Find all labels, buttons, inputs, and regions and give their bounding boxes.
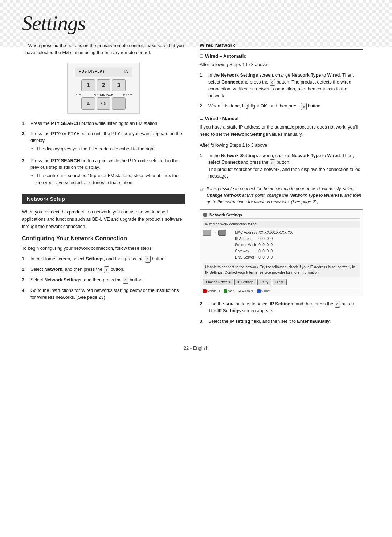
network-settings-screenshot: Network Settings Wired network connectio… (200, 209, 363, 296)
enter-icon: e (270, 159, 275, 166)
configuring-intro: To begin configuring your network connec… (22, 245, 185, 252)
arrow-icon: → (212, 230, 217, 235)
intro-text: When pressing the buttons on the primary… (22, 42, 185, 56)
list-item: The centre unit searches 15 preset FM st… (30, 172, 185, 186)
pty-search-label: PTY SEARCH (93, 93, 113, 97)
page-title: Settings (22, 11, 370, 35)
wired-automatic-subtitle: Wired – Automatic (200, 53, 363, 59)
configuring-title: Configuring Your Network Connection (22, 235, 185, 242)
ns-title-text: Network Settings (209, 213, 242, 217)
ip-label: IP Address (235, 236, 258, 242)
subnet-label: Subnet Mask (235, 242, 258, 248)
network-setup-intro: When you connect this product to a netwo… (22, 208, 185, 230)
ip-value: 0. 0. 0. 0 (258, 236, 294, 242)
mac-value: XX:XX:XX:XX:XX:XX (258, 230, 294, 236)
configuring-steps-list: 1. In the Home screen, select Settings, … (22, 256, 185, 301)
list-item: 2. Press the PTY- or PTY+ button until t… (22, 130, 185, 154)
enter-icon: e (270, 79, 275, 86)
ns-footer-move: ◄► Move (238, 289, 253, 293)
dns-value: 0. 0. 0. 0 (258, 255, 294, 261)
list-item: 1. Press the PTY SEARCH button while lis… (22, 120, 185, 127)
ns-footer-select: Select (257, 289, 270, 293)
note-icon: ☞ (200, 186, 204, 205)
ns-warning: Unable to connect to the network. Try th… (203, 263, 360, 277)
enter-icon: e (301, 103, 307, 110)
list-item: 3. Select Network Settings, and then pre… (22, 277, 185, 284)
ns-footer: Previous Skip ◄► Move Select (203, 288, 360, 293)
pty-plus-label: PTY + (123, 93, 132, 97)
rds-label: RDS DISPLAY (79, 69, 105, 73)
wired-manual-subtitle: Wired - Manual (200, 116, 363, 121)
btn-3: 3 (112, 79, 126, 91)
list-item: 2. Use the ◄► buttons to select IP Setti… (200, 301, 363, 314)
list-item: 4. Go to the instructions for Wired netw… (22, 287, 185, 301)
list-item: 1. In the Network Settings screen, chang… (200, 152, 363, 180)
page-number: 22 - English (184, 345, 209, 351)
gateway-value: 0. 0. 0. 0 (258, 248, 294, 255)
retry-btn[interactable]: Retry (257, 279, 271, 285)
change-network-btn[interactable]: Change Network (203, 279, 233, 285)
btn-2: 2 (97, 79, 110, 91)
wired-manual-intro: If you have a static IP address or the a… (200, 123, 363, 138)
list-item: 2. When it is done, highlight OK, and th… (200, 103, 363, 110)
ns-title: Network Settings (203, 213, 360, 219)
ns-buttons: Change Network IP Settings Retry Close (203, 279, 360, 285)
ip-settings-btn[interactable]: IP Settings (234, 279, 256, 285)
wired-automatic-intro: After following Steps 1 to 3 above: (200, 61, 363, 68)
wired-automatic-steps: 1. In the Network Settings screen, chang… (200, 72, 363, 110)
page-footer: 22 - English (22, 342, 370, 351)
router-box (218, 230, 226, 236)
ns-error: Wired network connection failed. (203, 221, 360, 228)
ns-footer-skip: Skip (224, 289, 234, 293)
right-column: Wired Network Wired – Automatic After fo… (200, 42, 363, 331)
subnet-value: 0. 0. 0. 0 (258, 242, 294, 248)
wired-manual-after: After following Steps 1 to 3 above: (200, 142, 363, 149)
pty-steps-list: 1. Press the PTY SEARCH button while lis… (22, 120, 185, 188)
dns-label: DNS Server (235, 255, 258, 261)
list-item: 1. In the Home screen, select Settings, … (22, 256, 185, 263)
btn-1: 1 (81, 79, 95, 91)
ns-details: MAC AddressXX:XX:XX:XX:XX:XX IP Address0… (235, 230, 294, 261)
device-box (203, 230, 211, 236)
green-btn-icon (224, 289, 227, 293)
btn-4: 4 (81, 97, 95, 110)
note-text: If it is possible to connect the home ci… (207, 186, 363, 205)
gateway-label: Gateway (235, 248, 258, 255)
enter-icon: e (123, 277, 128, 284)
remote-illustration: RDS DISPLAY TA 1 2 3 PTY - PTY SEARCH PT… (67, 63, 140, 114)
pty-minus-label: PTY - (75, 93, 83, 97)
network-setup-header: Network Setup (22, 194, 185, 204)
list-item: 1. In the Network Settings screen, chang… (200, 72, 363, 99)
list-item: 3. Select the IP setting field, and then… (200, 318, 363, 325)
btn-5: • 5 (97, 97, 110, 110)
red-btn-icon (203, 289, 207, 293)
ns-device-icon: → (203, 230, 232, 236)
enter-icon: e (104, 266, 110, 273)
list-item: 3. Press the PTY SEARCH button again, wh… (22, 158, 185, 188)
ns-footer-prev: Previous (203, 289, 220, 293)
wired-network-title: Wired Network (200, 42, 363, 50)
list-item: The display gives you the PTY codes desc… (30, 146, 185, 152)
enter-icon: e (335, 301, 340, 308)
list-item: 2. Select Network, and then press the e … (22, 266, 185, 273)
wired-manual-steps: 1. In the Network Settings screen, chang… (200, 152, 363, 180)
enter-icon: e (145, 256, 151, 263)
blue-btn-icon (257, 289, 261, 293)
ns-title-icon (203, 213, 207, 217)
note-box: ☞ If it is possible to connect the home … (200, 186, 363, 205)
ns-info-row: → MAC AddressXX:XX:XX:XX:XX:XX IP Addres… (203, 230, 360, 261)
ta-label: TA (123, 69, 128, 73)
left-column: When pressing the buttons on the primary… (22, 42, 185, 331)
final-steps-list: 2. Use the ◄► buttons to select IP Setti… (200, 301, 363, 325)
close-btn[interactable]: Close (273, 279, 287, 285)
btn-empty (112, 97, 126, 110)
mac-label: MAC Address (235, 230, 258, 236)
